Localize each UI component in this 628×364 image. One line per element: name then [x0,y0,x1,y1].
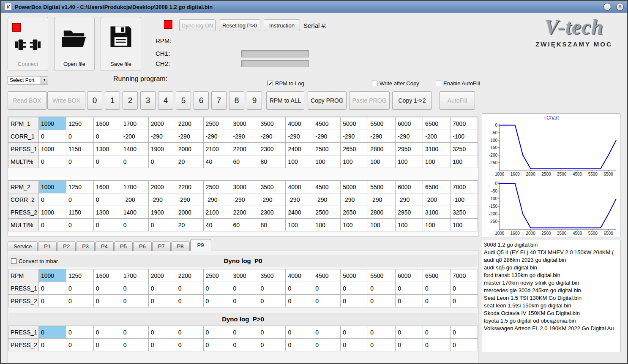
tab-p2[interactable]: P2 [57,241,76,251]
grid-cell[interactable]: 0 [66,193,93,206]
grid-cell[interactable]: 0 [258,326,286,339]
tab-p9[interactable]: P9 [190,239,211,251]
tab-p8[interactable]: P8 [171,241,190,251]
grid-cell[interactable]: 1400 [121,143,148,155]
grid-cell[interactable]: 0 [258,282,286,295]
digit-button-5[interactable]: 5 [176,91,191,110]
grid-cell[interactable]: 5500 [368,117,396,130]
grid-cell[interactable]: -290 [231,130,258,143]
grid-cell[interactable]: 1900 [148,206,176,219]
enable-autofill-checkbox[interactable]: Enable AutoFill [436,80,480,87]
grid-cell[interactable]: 0 [231,282,258,295]
grid-cell[interactable]: 2300 [258,206,286,219]
list-item[interactable]: mercedes gle 300d 245km go digital.bin [482,287,620,294]
grid-cell[interactable]: 0 [148,339,176,351]
grid-cell[interactable]: 0 [423,339,451,351]
grid-cell[interactable]: -290 [231,193,258,206]
grid-cell[interactable]: 2300 [258,143,286,155]
tab-p7[interactable]: P7 [152,241,171,251]
grid-cell[interactable]: 7000 [451,269,478,282]
digit-button-7[interactable]: 7 [211,91,227,110]
grid-cell[interactable]: 0 [148,219,176,231]
grid-cell[interactable]: 4000 [286,117,313,130]
digit-button-2[interactable]: 2 [123,91,138,110]
grid-cell[interactable]: -290 [368,193,396,206]
grid-cell[interactable]: 6000 [396,269,423,282]
grid-cell[interactable]: 100 [423,219,451,231]
grid-cell[interactable]: 0 [38,155,66,168]
digit-button-1[interactable]: 1 [105,91,120,110]
grid-cell[interactable]: 0 [231,326,258,339]
grid-cell[interactable]: 4500 [313,269,341,282]
grid-cell[interactable]: -290 [148,130,176,143]
grid-cell[interactable]: 100 [286,219,313,231]
grid-cell[interactable]: -290 [176,193,203,206]
grid-cell[interactable]: 0 [148,326,176,339]
grid-cell[interactable]: 2950 [396,206,423,219]
grid-cell[interactable]: -200 [121,130,148,143]
grid-cell[interactable]: 0 [368,326,396,339]
list-item[interactable]: master 170km nowy silnik go digital.bin [482,279,620,287]
grid-cell[interactable]: 0 [451,326,478,339]
grid-cell[interactable]: 2000 [176,206,203,219]
grid-cell[interactable]: 100 [313,219,341,231]
grid-cell[interactable]: -290 [203,130,231,143]
port-select-dropdown[interactable]: Select Port ▼ [8,76,48,84]
grid-cell[interactable]: 2950 [396,143,423,155]
grid-cell[interactable]: -290 [313,130,341,143]
grid-cell[interactable]: 0 [451,295,478,307]
grid-cell[interactable]: 0 [66,295,93,307]
grid-cell[interactable]: 100 [313,155,341,168]
list-item[interactable]: audi q8 286km 2023 go digital.bin [482,256,620,264]
grid-cell[interactable]: 2400 [286,143,313,155]
grid-cell[interactable]: 0 [313,295,341,307]
grid-cell[interactable]: 2000 [148,269,176,282]
tab-p3[interactable]: P3 [76,241,95,251]
grid-cell[interactable]: 6000 [396,117,423,130]
grid-cell[interactable]: 1600 [93,117,121,130]
grid-cell[interactable]: -290 [176,130,203,143]
grid-cell[interactable]: 0 [396,282,423,295]
tab-p1[interactable]: P1 [38,241,57,251]
grid-cell[interactable]: 1250 [66,117,93,130]
grid-cell[interactable]: 0 [341,295,368,307]
grid-cell[interactable]: 0 [121,295,148,307]
grid-cell[interactable]: 3000 [231,117,258,130]
grid-cell[interactable]: 5000 [341,269,368,282]
list-item[interactable]: ford transit 130km go digital.bin [482,272,620,279]
list-item[interactable]: Skoda Octavia IV 150KM Go Digital.bin [482,310,620,317]
grid-cell[interactable]: 0 [121,282,148,295]
grid-cell[interactable]: 1150 [66,206,93,219]
grid-cell[interactable]: 3100 [423,206,451,219]
grid-cell[interactable]: 0 [176,326,203,339]
grid-cell[interactable]: 0 [38,295,66,307]
grid-cell[interactable]: 5500 [368,181,396,193]
grid-cell[interactable]: 6500 [423,269,451,282]
grid-cell[interactable]: 40 [203,155,231,168]
grid-cell[interactable]: 2000 [148,117,176,130]
grid-cell[interactable]: 1300 [93,206,121,219]
grid-cell[interactable]: 2200 [176,117,203,130]
grid-cell[interactable]: 1400 [121,206,148,219]
grid-cell[interactable]: 6500 [423,117,451,130]
grid-cell[interactable]: 2500 [203,181,231,193]
grid-cell[interactable]: 0 [38,193,66,206]
grid-cell[interactable]: 3250 [451,206,478,219]
save-file-button[interactable]: Save file [101,17,141,71]
grid-cell[interactable]: 0 [286,326,313,339]
grid-cell[interactable]: 0 [203,295,231,307]
grid-cell[interactable]: 1600 [93,269,121,282]
grid-cell[interactable]: 0 [38,339,66,351]
grid-cell[interactable]: 0 [423,326,451,339]
list-item[interactable]: audi sq5 go digital.bin [482,264,620,272]
write-after-copy-checkbox[interactable]: Write after Copy [372,80,419,87]
grid-cell[interactable]: -200 [423,193,451,206]
grid-cell[interactable]: 0 [286,339,313,351]
grid-cell[interactable]: 0 [38,282,66,295]
grid-cell[interactable]: 7000 [451,181,478,193]
reset-log-button[interactable]: Reset log P>0 [219,19,260,31]
grid-cell[interactable]: 4500 [313,181,341,193]
grid-cell[interactable]: 3250 [451,143,478,155]
grid-cell[interactable]: 1700 [121,269,148,282]
copy-prog-button[interactable]: Copy PROG [308,91,347,110]
